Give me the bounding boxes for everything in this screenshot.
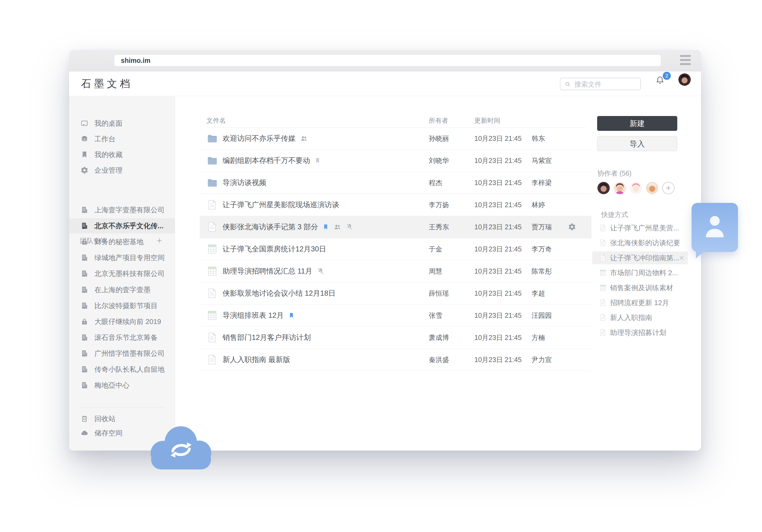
file-owner: 李万扬 bbox=[429, 194, 449, 216]
building-icon bbox=[80, 381, 89, 389]
building-icon bbox=[80, 222, 89, 230]
file-row[interactable]: 让子弹飞广州星美影院现场巡演访谈 李万扬 10月23日 21:45 林婷 bbox=[200, 194, 591, 216]
column-owner: 所有者 bbox=[429, 116, 448, 125]
browser-menu-button[interactable] bbox=[680, 55, 691, 67]
file-owner: 周慧 bbox=[429, 260, 442, 282]
team-space-item-5[interactable]: 在上海的壹字壹墨 bbox=[69, 282, 175, 297]
app-logo: 石墨文档 bbox=[81, 71, 133, 96]
shortcut-item-6[interactable]: 新人入职指南 bbox=[592, 311, 688, 324]
file-row[interactable]: 侠影取景地讨论会议小结 12月18日 薛恒瑶 10月23日 21:45 李超 bbox=[200, 282, 591, 305]
sidebar-divider bbox=[80, 407, 165, 408]
search-box[interactable] bbox=[560, 78, 641, 90]
collaborator-avatar-2[interactable] bbox=[614, 182, 626, 194]
column-updated: 更新时间 bbox=[474, 116, 500, 125]
file-editor: 李梓梁 bbox=[532, 172, 552, 194]
team-space-item-3[interactable]: 绿城地产项目专用空间 bbox=[69, 250, 175, 265]
team-space-item-8[interactable]: 滚石音乐节北京筹备 bbox=[69, 330, 175, 345]
import-button[interactable]: 导入 bbox=[597, 136, 677, 151]
file-updated: 10月23日 21:45 bbox=[474, 172, 522, 194]
browser-toolbar: shimo.im bbox=[69, 50, 701, 72]
file-owner: 秦洪盛 bbox=[429, 348, 449, 371]
file-owner: 于金 bbox=[429, 238, 442, 260]
shortcut-item-4[interactable]: 销售案例及训练素材 bbox=[592, 281, 688, 294]
row-settings-gear-icon[interactable] bbox=[568, 223, 576, 231]
doc-icon bbox=[206, 354, 218, 365]
cloud-sync-button[interactable] bbox=[146, 423, 216, 471]
cloud-icon bbox=[80, 429, 89, 437]
shortcut-item-2[interactable]: 让子弹飞冲印指南第... bbox=[592, 252, 688, 265]
feedback-bubble[interactable] bbox=[692, 203, 738, 252]
shortcut-item-5[interactable]: 招聘流程更新 12月 bbox=[592, 296, 688, 309]
team-space-item-6[interactable]: 比尔波特摄影节项目 bbox=[69, 298, 175, 313]
file-updated: 10月23日 21:45 bbox=[474, 216, 522, 238]
file-row[interactable]: 导演组排班表 12月 张雪 10月23日 21:45 汪园园 bbox=[200, 304, 591, 327]
search-icon bbox=[564, 81, 571, 88]
file-title: 新人入职指南 最新版 bbox=[223, 355, 290, 364]
shortcut-item-0[interactable]: 让子弹飞广州星美营... bbox=[592, 221, 688, 234]
workbench-icon bbox=[80, 135, 89, 143]
add-collaborator-button[interactable] bbox=[662, 182, 675, 194]
collaborator-avatar-4[interactable] bbox=[646, 182, 658, 194]
file-row[interactable]: 侠影张北海访谈手记第 3 部分 王秀东 10月23日 21:45 贾万瑞 bbox=[200, 216, 591, 238]
sidebar-item-3[interactable]: 企业管理 bbox=[69, 163, 175, 178]
file-editor: 贾万瑞 bbox=[532, 216, 552, 238]
file-title: 侠影取景地讨论会议小结 12月18日 bbox=[223, 288, 336, 298]
collaborator-avatar-1[interactable] bbox=[597, 182, 610, 194]
file-row[interactable]: 欢迎访问不亦乐乎传媒 孙晓丽 10月23日 21:45 韩东 bbox=[200, 127, 591, 150]
file-editor: 李万奇 bbox=[532, 238, 552, 260]
close-icon[interactable] bbox=[678, 255, 685, 262]
sidebar-item-1[interactable]: 工作台 bbox=[69, 131, 175, 146]
file-updated: 10月23日 21:45 bbox=[474, 304, 522, 327]
notification-badge: 2 bbox=[662, 71, 672, 81]
url-bar[interactable]: shimo.im bbox=[114, 54, 661, 66]
user-avatar[interactable] bbox=[678, 73, 691, 86]
file-title: 导演组排班表 12月 bbox=[223, 311, 284, 320]
folder-icon bbox=[206, 177, 218, 188]
sidebar-item-0[interactable]: 我的桌面 bbox=[69, 116, 175, 131]
doc-icon bbox=[206, 199, 218, 210]
column-name: 文件名 bbox=[206, 116, 226, 125]
sidebar-item-2[interactable]: 我的收藏 bbox=[69, 147, 175, 162]
bookmark-blue-icon bbox=[323, 224, 329, 230]
plus-icon bbox=[665, 185, 672, 191]
file-updated: 10月23日 21:45 bbox=[474, 127, 522, 149]
team-space-item-4[interactable]: 北京无墨科技有限公司 bbox=[69, 266, 175, 281]
team-space-item-9[interactable]: 广州惜字惜墨有限公司 bbox=[69, 346, 175, 361]
file-owner: 孙晓丽 bbox=[429, 127, 449, 149]
file-title: 让子弹飞全国票房统计12月30日 bbox=[223, 244, 326, 254]
sheet-icon bbox=[206, 243, 218, 255]
doc-icon bbox=[599, 239, 607, 247]
building-icon bbox=[80, 269, 89, 277]
file-row[interactable]: 新人入职指南 最新版 秦洪盛 10月23日 21:45 尹力宣 bbox=[200, 348, 591, 371]
team-space-item-1[interactable]: 北京不亦乐乎文化传... bbox=[69, 218, 175, 233]
file-editor: 陈常彤 bbox=[532, 260, 552, 282]
sheet-icon bbox=[206, 266, 218, 277]
file-row[interactable]: 销售部门12月客户拜访计划 萧成博 10月23日 21:45 方楠 bbox=[200, 327, 591, 349]
file-owner: 萧成博 bbox=[429, 327, 449, 348]
team-space-item-7[interactable]: 大眼仔继续向前 2019 bbox=[69, 314, 175, 329]
file-row[interactable]: 导演访谈视频 程杰 10月23日 21:45 李梓梁 bbox=[200, 172, 591, 194]
file-row[interactable]: 让子弹飞全国票房统计12月30日 于金 10月23日 21:45 李万奇 bbox=[200, 238, 591, 260]
file-title: 助理导演招聘情况汇总 11月 bbox=[223, 266, 312, 276]
file-editor: 李超 bbox=[532, 282, 545, 304]
shortcut-item-3[interactable]: 市场部门周边物料 2... bbox=[592, 266, 688, 279]
file-title: 欢迎访问不亦乐乎传媒 bbox=[223, 133, 295, 143]
new-button[interactable]: 新建 bbox=[597, 116, 677, 131]
file-row[interactable]: 助理导演招聘情况汇总 11月 周慧 10月23日 21:45 陈常彤 bbox=[200, 260, 591, 282]
file-row[interactable]: 编剧组剧本存档千万不要动 刘晓华 10月23日 21:45 马紫宣 bbox=[200, 149, 591, 172]
gear-icon bbox=[80, 166, 89, 174]
file-title: 让子弹飞广州星美影院现场巡演访谈 bbox=[223, 200, 339, 210]
file-updated: 10月23日 21:45 bbox=[474, 348, 522, 371]
folder-icon bbox=[206, 133, 218, 144]
shortcut-item-7[interactable]: 助理导演招募计划 bbox=[592, 326, 688, 339]
team-space-item-11[interactable]: 梅地亞中心 bbox=[69, 378, 175, 393]
building-icon bbox=[80, 349, 89, 357]
team-space-item-2[interactable]: 财务的秘密基地 bbox=[69, 234, 175, 249]
bookmark-light-icon bbox=[314, 157, 321, 164]
search-input[interactable] bbox=[574, 78, 640, 90]
team-space-item-0[interactable]: 上海壹字壹墨有限公司 bbox=[69, 202, 175, 217]
collaborator-avatar-3[interactable] bbox=[630, 182, 642, 194]
file-owner: 薛恒瑶 bbox=[429, 282, 449, 304]
shortcut-item-1[interactable]: 张北海侠影的访谈纪要 bbox=[592, 236, 688, 249]
team-space-item-10[interactable]: 传奇小队长私人自留地 bbox=[69, 362, 175, 377]
